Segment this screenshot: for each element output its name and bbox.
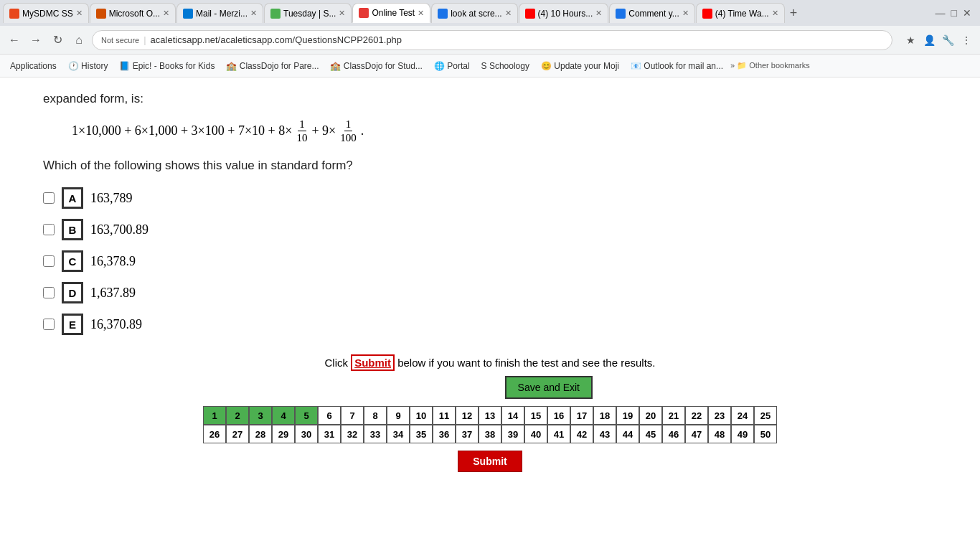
nav-cell[interactable]: 21 [662, 406, 685, 425]
checkbox-c[interactable] [43, 255, 55, 267]
reload-button[interactable]: ↻ [49, 33, 66, 47]
nav-cell[interactable]: 10 [410, 406, 433, 425]
nav-cell[interactable]: 26 [203, 425, 226, 443]
nav-cell[interactable]: 50 [754, 425, 777, 443]
nav-cell[interactable]: 34 [387, 425, 410, 443]
nav-cell[interactable]: 40 [524, 425, 547, 443]
nav-cell[interactable]: 1 [203, 406, 226, 425]
tab-close-icon[interactable]: ✕ [76, 9, 83, 18]
nav-cell[interactable]: 17 [570, 406, 593, 425]
bottom-submit-button[interactable]: Submit [458, 451, 522, 472]
bookmark-outlook[interactable]: 📧 Outlook for mail an... [626, 60, 727, 72]
tab-tuesday[interactable]: Tuesday | S... ✕ [264, 3, 352, 23]
bookmarks-star-icon[interactable]: ★ [903, 32, 918, 48]
tab-close-icon[interactable]: ✕ [163, 9, 169, 18]
close-button[interactable]: ✕ [963, 7, 971, 19]
checkbox-a[interactable] [43, 192, 55, 204]
nav-cell[interactable]: 47 [685, 425, 708, 443]
nav-cell[interactable]: 11 [433, 406, 456, 425]
tab-close-icon[interactable]: ✕ [595, 9, 602, 18]
nav-cell[interactable]: 43 [593, 425, 616, 443]
tab-comment[interactable]: Comment y... ✕ [609, 3, 694, 23]
back-button[interactable]: ← [6, 34, 23, 47]
tab-time-wa[interactable]: (4) Time Wa... ✕ [696, 3, 785, 23]
nav-cell[interactable]: 41 [547, 425, 570, 443]
nav-cell[interactable]: 30 [295, 425, 318, 443]
new-tab-button[interactable]: + [786, 6, 802, 21]
url-bar[interactable]: Not secure | acaleticsapp.net/acaleticsa… [92, 30, 892, 50]
nav-cell[interactable]: 12 [456, 406, 479, 425]
tab-close-icon[interactable]: ✕ [682, 9, 689, 18]
nav-cell[interactable]: 35 [410, 425, 433, 443]
math-period: . [361, 123, 364, 138]
menu-icon[interactable]: ⋮ [958, 32, 974, 48]
nav-cell[interactable]: 3 [249, 406, 272, 425]
bookmark-classdojo-pare[interactable]: 🏫 ClassDojo for Pare... [222, 60, 323, 72]
nav-cell[interactable]: 23 [708, 406, 731, 425]
nav-cell[interactable]: 31 [318, 425, 341, 443]
nav-cell[interactable]: 6 [318, 406, 341, 425]
tab-mysdmc[interactable]: MySDMC SS ✕ [3, 3, 89, 23]
profile-icon[interactable]: 👤 [921, 32, 937, 48]
nav-cell[interactable]: 46 [662, 425, 685, 443]
nav-cell[interactable]: 49 [731, 425, 754, 443]
nav-cell[interactable]: 8 [364, 406, 387, 425]
nav-cell[interactable]: 18 [593, 406, 616, 425]
nav-cell[interactable]: 36 [433, 425, 456, 443]
tab-close-icon[interactable]: ✕ [250, 9, 257, 18]
tab-mail[interactable]: Mail - Merzi... ✕ [176, 3, 263, 23]
nav-cell[interactable]: 39 [501, 425, 524, 443]
home-button[interactable]: ⌂ [70, 34, 88, 47]
more-bookmarks[interactable]: » 📁 Other bookmarks [730, 61, 810, 70]
checkbox-d[interactable] [43, 287, 55, 298]
nav-cell[interactable]: 20 [639, 406, 662, 425]
tab-10hours[interactable]: (4) 10 Hours... ✕ [519, 3, 609, 23]
bookmark-portal[interactable]: 🌐 Portal [430, 60, 474, 72]
tab-close-icon[interactable]: ✕ [505, 9, 512, 18]
nav-cell[interactable]: 4 [272, 406, 295, 425]
nav-cell[interactable]: 5 [295, 406, 318, 425]
tab-close-icon[interactable]: ✕ [418, 9, 424, 18]
nav-cell[interactable]: 48 [708, 425, 731, 443]
maximize-button[interactable]: □ [951, 7, 957, 19]
nav-cell[interactable]: 25 [754, 406, 777, 425]
forward-button[interactable]: → [27, 34, 44, 47]
nav-cell[interactable]: 9 [387, 406, 410, 425]
nav-cell[interactable]: 32 [341, 425, 364, 443]
nav-cell[interactable]: 37 [456, 425, 479, 443]
tab-online-test[interactable]: Online Test ✕ [352, 3, 430, 23]
bookmark-history[interactable]: 🕐 History [64, 60, 113, 72]
nav-cell[interactable]: 22 [685, 406, 708, 425]
tab-close-icon[interactable]: ✕ [339, 9, 345, 18]
bookmark-schoology[interactable]: S Schoology [477, 60, 534, 72]
nav-cell[interactable]: 2 [226, 406, 249, 425]
nav-cell[interactable]: 13 [479, 406, 501, 425]
nav-cell[interactable]: 42 [570, 425, 593, 443]
bookmark-moji[interactable]: 😊 Update your Moji [537, 60, 623, 72]
nav-cell[interactable]: 14 [501, 406, 524, 425]
nav-cell[interactable]: 44 [616, 425, 639, 443]
nav-cell[interactable]: 33 [364, 425, 387, 443]
tab-microsoft[interactable]: Microsoft O... ✕ [90, 3, 176, 23]
submit-inline-link[interactable]: Submit [351, 354, 395, 371]
nav-cell[interactable]: 38 [479, 425, 501, 443]
nav-cell[interactable]: 7 [341, 406, 364, 425]
minimize-button[interactable]: — [936, 7, 946, 19]
tab-close-icon[interactable]: ✕ [772, 9, 778, 18]
nav-cell[interactable]: 16 [547, 406, 570, 425]
nav-cell[interactable]: 27 [226, 425, 249, 443]
nav-cell[interactable]: 45 [639, 425, 662, 443]
tab-look-at-scre[interactable]: look at scre... ✕ [431, 3, 517, 23]
bookmark-applications[interactable]: Applications [6, 60, 61, 72]
save-exit-button[interactable]: Save and Exit [505, 376, 593, 399]
bookmark-classdojo-stud[interactable]: 🏫 ClassDojo for Stud... [326, 60, 426, 72]
nav-cell[interactable]: 15 [524, 406, 547, 425]
extension-icon[interactable]: 🔧 [940, 32, 956, 48]
nav-cell[interactable]: 24 [731, 406, 754, 425]
bookmark-epic[interactable]: 📘 Epic! - Books for Kids [115, 60, 219, 72]
nav-cell[interactable]: 19 [616, 406, 639, 425]
checkbox-b[interactable] [43, 224, 55, 235]
nav-cell[interactable]: 28 [249, 425, 272, 443]
checkbox-e[interactable] [43, 319, 55, 330]
nav-cell[interactable]: 29 [272, 425, 295, 443]
